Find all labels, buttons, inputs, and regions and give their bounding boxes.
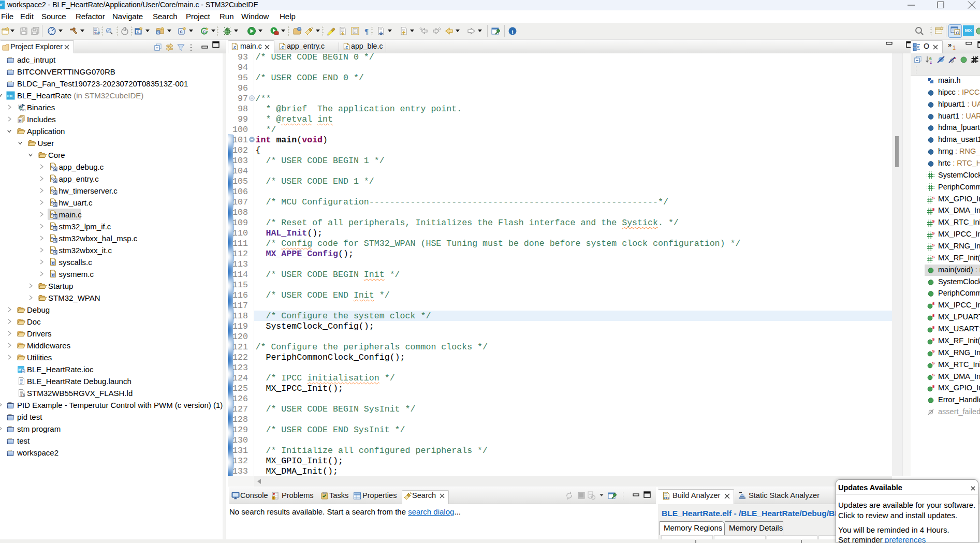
svg-text:h: h bbox=[19, 119, 22, 123]
svg-text:.c: .c bbox=[280, 45, 284, 50]
svg-text:01: 01 bbox=[22, 109, 26, 112]
svg-text:s: s bbox=[932, 384, 935, 389]
svg-text:c: c bbox=[157, 31, 159, 34]
svg-text:c: c bbox=[52, 260, 54, 266]
svg-text:s: s bbox=[932, 195, 935, 200]
svg-text:010: 010 bbox=[94, 31, 100, 35]
svg-text:s: s bbox=[932, 373, 935, 377]
svg-text:s: s bbox=[932, 325, 935, 330]
svg-text:s: s bbox=[932, 254, 935, 259]
svg-text:C: C bbox=[203, 30, 206, 34]
svg-text:s: s bbox=[932, 207, 935, 212]
svg-text:IDE: IDE bbox=[7, 94, 14, 98]
svg-text:C: C bbox=[956, 31, 959, 35]
svg-text:C: C bbox=[137, 30, 139, 34]
svg-text:c: c bbox=[52, 272, 54, 277]
svg-text:LD: LD bbox=[21, 394, 25, 397]
svg-text:c: c bbox=[180, 29, 183, 34]
svg-text:.c: .c bbox=[232, 45, 236, 50]
svg-text:s: s bbox=[932, 242, 935, 247]
svg-text:¶: ¶ bbox=[364, 27, 369, 36]
svg-text:s: s bbox=[932, 313, 935, 318]
svg-text:010: 010 bbox=[664, 496, 669, 500]
svg-text:s: s bbox=[932, 301, 935, 306]
svg-text:z: z bbox=[930, 60, 932, 65]
svg-text:!: ! bbox=[273, 496, 274, 500]
svg-text:s: s bbox=[932, 361, 935, 365]
svg-text:s: s bbox=[932, 230, 935, 236]
svg-text:.c: .c bbox=[344, 45, 348, 50]
svg-text:s: s bbox=[932, 218, 935, 224]
svg-text:s: s bbox=[932, 349, 935, 354]
svg-text:s: s bbox=[932, 337, 935, 342]
svg-text:i: i bbox=[511, 28, 513, 35]
